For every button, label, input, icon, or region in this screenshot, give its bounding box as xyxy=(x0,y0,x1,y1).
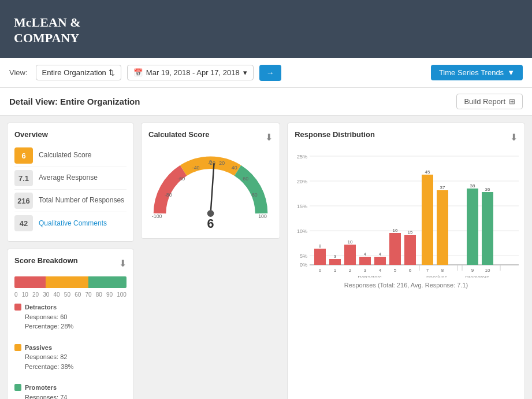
svg-text:6: 6 xyxy=(409,268,412,273)
svg-text:4: 4 xyxy=(379,252,382,257)
detractors-legend-dot xyxy=(14,304,21,311)
promoters-legend: Promoters Responses: 74 Percentage: 34% xyxy=(14,383,73,399)
svg-text:-80: -80 xyxy=(165,192,172,198)
svg-text:7: 7 xyxy=(426,268,429,273)
total-responses-label: Total Number of Responses xyxy=(39,196,124,205)
gauge-svg: -100 -80 -60 -40 -20 0 20 40 60 80 100 xyxy=(148,150,273,231)
svg-text:-60: -60 xyxy=(177,176,185,182)
score-breakdown-header: Score Breakdown ⬇ xyxy=(14,256,127,271)
view-select[interactable]: Entire Organization ⇅ xyxy=(36,65,121,80)
gauge-download-icon[interactable]: ⬇ xyxy=(265,132,273,143)
bar-1 xyxy=(329,259,341,265)
bar-0 xyxy=(314,249,326,265)
date-range-picker[interactable]: 📅 Mar 19, 2018 - Apr 17, 2018 ▾ xyxy=(127,65,254,80)
logo-line1: McLEAN & xyxy=(14,14,80,31)
bar-6 xyxy=(404,235,416,265)
score-breakdown-bar xyxy=(14,276,127,288)
total-responses-row: 216 Total Number of Responses xyxy=(14,190,127,212)
svg-text:45: 45 xyxy=(425,169,430,175)
legend: Detractors Responses: 60 Percentage: 28%… xyxy=(14,302,127,399)
svg-text:15%: 15% xyxy=(297,204,307,209)
qualitative-link[interactable]: Qualitative Comments xyxy=(39,219,107,227)
svg-text:9: 9 xyxy=(471,268,474,273)
passives-bar xyxy=(46,276,88,288)
avg-response-row: 7.1 Average Response xyxy=(14,167,127,190)
avg-response-label: Average Response xyxy=(39,173,98,183)
svg-text:8: 8 xyxy=(319,243,322,249)
avg-response-value: 7.1 xyxy=(18,174,29,183)
distribution-download-icon[interactable]: ⬇ xyxy=(510,132,518,143)
calculated-score-card: Calculated Score ⬇ -100 -80 -60 -40 xyxy=(141,123,280,239)
calculated-score-value: 6 xyxy=(21,152,25,160)
axis-labels: 0 10 20 30 40 50 60 70 80 90 100 xyxy=(14,291,127,298)
passives-legend-dot xyxy=(14,344,21,351)
svg-text:6: 6 xyxy=(207,217,214,231)
bar-2 xyxy=(344,245,356,265)
score-breakdown-card: Score Breakdown ⬇ 0 10 20 30 40 50 60 70… xyxy=(7,249,134,399)
go-button[interactable]: → xyxy=(259,65,281,81)
svg-text:Promoters: Promoters xyxy=(465,275,489,278)
chevron-down-icon: ▾ xyxy=(243,68,247,77)
time-series-label: Time Series Trends xyxy=(439,68,504,77)
svg-text:4: 4 xyxy=(364,252,367,257)
promoters-legend-text: Promoters Responses: 74 Percentage: 34% xyxy=(25,383,73,399)
svg-text:-40: -40 xyxy=(192,165,200,171)
header: McLEAN & COMPANY xyxy=(0,0,532,58)
toolbar: View: Entire Organization ⇅ 📅 Mar 19, 20… xyxy=(0,58,532,88)
gauge-card-header: Calculated Score ⬇ xyxy=(148,130,273,145)
detractors-bar xyxy=(14,276,46,288)
response-distribution-card: Response Distribution ⬇ 25% 20% 15% 10% … xyxy=(287,123,525,399)
calendar-icon: 📅 xyxy=(133,68,143,77)
svg-text:Detractors: Detractors xyxy=(358,275,382,278)
bar-7 xyxy=(422,175,433,265)
svg-text:10: 10 xyxy=(485,268,490,273)
svg-text:3: 3 xyxy=(334,254,337,259)
svg-text:2: 2 xyxy=(349,268,352,273)
svg-text:36: 36 xyxy=(485,187,490,192)
svg-text:40: 40 xyxy=(232,165,237,171)
time-series-button[interactable]: Time Series Trends ▼ xyxy=(431,65,523,80)
svg-line-11 xyxy=(211,164,214,213)
svg-text:25%: 25% xyxy=(297,154,307,160)
gauge-container: -100 -80 -60 -40 -20 0 20 40 60 80 100 xyxy=(148,150,273,231)
svg-text:10: 10 xyxy=(348,239,353,245)
svg-text:38: 38 xyxy=(470,183,475,189)
promoters-bar xyxy=(88,276,127,288)
svg-text:3: 3 xyxy=(364,268,367,273)
date-range-value: Mar 19, 2018 - Apr 17, 2018 xyxy=(146,68,240,77)
svg-text:20%: 20% xyxy=(297,179,307,184)
avg-response-badge: 7.1 xyxy=(14,170,33,186)
svg-text:100: 100 xyxy=(258,213,267,219)
gauge-title: Calculated Score xyxy=(148,130,210,139)
svg-text:1: 1 xyxy=(334,268,337,273)
total-responses-badge: 216 xyxy=(14,193,33,209)
view-label: View: xyxy=(9,68,28,77)
svg-text:15: 15 xyxy=(408,230,413,235)
score-breakdown-title: Score Breakdown xyxy=(14,256,78,265)
middle-column: Calculated Score ⬇ -100 -80 -60 -40 xyxy=(141,123,280,399)
left-column: Overview 6 Calculated Score 7.1 Average … xyxy=(7,123,134,399)
svg-text:10%: 10% xyxy=(297,228,307,234)
chart-footer: Responses (Total: 216, Avg. Response: 7.… xyxy=(295,282,518,289)
logo-line2: COMPANY xyxy=(14,30,80,46)
svg-point-12 xyxy=(207,210,214,217)
bar-10 xyxy=(482,192,493,265)
svg-text:5%: 5% xyxy=(300,253,307,259)
promoters-legend-dot xyxy=(14,384,21,391)
distribution-title: Response Distribution xyxy=(295,130,375,139)
svg-text:60: 60 xyxy=(243,176,248,182)
build-report-label: Build Report xyxy=(464,97,505,106)
passives-legend: Passives Responses: 82 Percentage: 38% xyxy=(14,343,73,372)
calculated-score-label: Calculated Score xyxy=(39,151,91,160)
page-title: Detail View: Entire Organization xyxy=(9,97,140,106)
qualitative-row: 42 Qualitative Comments xyxy=(14,212,127,234)
bar-3 xyxy=(359,257,371,265)
build-report-button[interactable]: Build Report ⊞ xyxy=(456,94,523,109)
bar-5 xyxy=(389,233,401,265)
bar-chart: 25% 20% 15% 10% 5% 0% 8 0 xyxy=(295,150,518,279)
svg-text:Passives: Passives xyxy=(426,275,448,278)
total-responses-value: 216 xyxy=(17,197,30,205)
svg-text:4: 4 xyxy=(379,268,382,273)
svg-text:37: 37 xyxy=(440,185,445,190)
download-icon[interactable]: ⬇ xyxy=(119,258,127,269)
